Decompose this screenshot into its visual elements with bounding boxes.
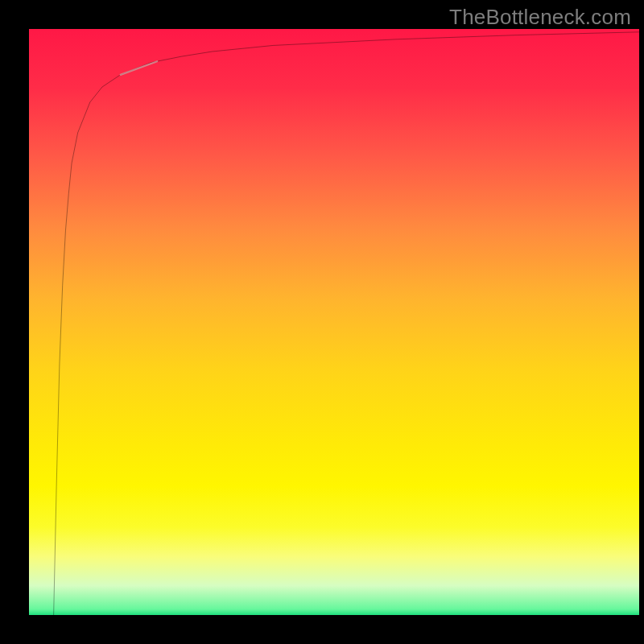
plot-area (29, 29, 639, 615)
bottleneck-curve (53, 32, 639, 615)
attribution-label: TheBottleneck.com (449, 5, 631, 30)
curve-layer (29, 29, 639, 615)
curve-marker (121, 61, 157, 75)
chart-frame: TheBottleneck.com (0, 0, 644, 644)
